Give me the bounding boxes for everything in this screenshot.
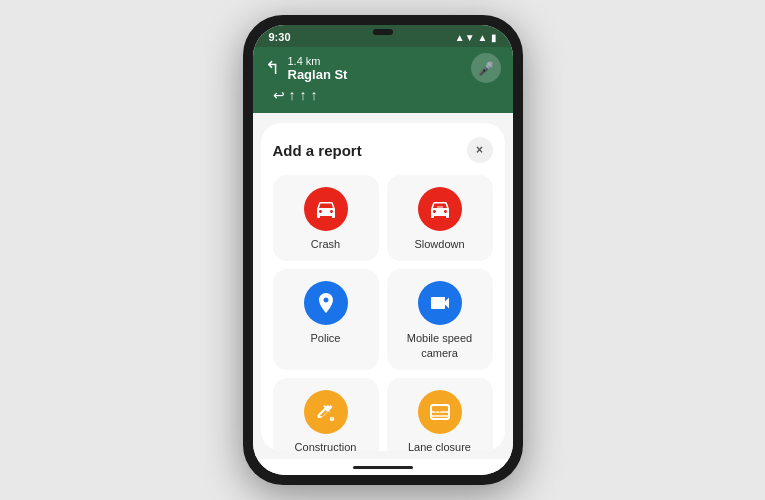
modal-card: Add a report × Crash bbox=[261, 123, 505, 451]
signal-icon: ▲▼ bbox=[455, 32, 475, 43]
turn-arrow-icon: ↰ bbox=[265, 57, 280, 79]
nav-street: Raglan St bbox=[288, 67, 463, 82]
construction-icon-bg: ! bbox=[304, 390, 348, 434]
slowdown-svg-icon bbox=[428, 197, 452, 221]
construction-label: Construction bbox=[295, 440, 357, 451]
lane-closure-label: Lane closure bbox=[408, 440, 471, 451]
status-icons: ▲▼ ▲ ▮ bbox=[455, 32, 497, 43]
crash-label: Crash bbox=[311, 237, 340, 251]
modal-container: Add a report × Crash bbox=[253, 113, 513, 459]
battery-icon: ▮ bbox=[491, 32, 497, 43]
close-button[interactable]: × bbox=[467, 137, 493, 163]
nav-row: ↰ 1.4 km Raglan St 🎤 bbox=[265, 53, 501, 83]
lane-arrow-up2-icon: ↑ bbox=[300, 87, 307, 103]
slowdown-label: Slowdown bbox=[414, 237, 464, 251]
report-item-police[interactable]: Police bbox=[273, 269, 379, 370]
lane-closure-svg-icon bbox=[428, 400, 452, 424]
home-indicator bbox=[253, 459, 513, 475]
crash-icon-bg bbox=[304, 187, 348, 231]
report-grid: Crash Slowdown bbox=[273, 175, 493, 451]
mobile-speed-camera-label: Mobile speed camera bbox=[395, 331, 485, 360]
lane-row: ↩ ↑ ↑ ↑ bbox=[265, 83, 501, 105]
notch bbox=[373, 29, 393, 35]
crash-svg-icon bbox=[314, 197, 338, 221]
slowdown-icon-bg bbox=[418, 187, 462, 231]
report-item-crash[interactable]: Crash bbox=[273, 175, 379, 261]
close-icon: × bbox=[476, 143, 483, 157]
nav-info: 1.4 km Raglan St bbox=[288, 55, 463, 82]
lane-closure-icon-bg bbox=[418, 390, 462, 434]
report-item-mobile-speed-camera[interactable]: Mobile speed camera bbox=[387, 269, 493, 370]
mobile-speed-camera-icon-bg bbox=[418, 281, 462, 325]
report-item-slowdown[interactable]: Slowdown bbox=[387, 175, 493, 261]
police-label: Police bbox=[311, 331, 341, 345]
home-bar bbox=[353, 466, 413, 469]
report-item-lane-closure[interactable]: Lane closure bbox=[387, 378, 493, 451]
phone-screen: 9:30 ▲▼ ▲ ▮ ↰ 1.4 km Raglan St 🎤 ↩ bbox=[253, 25, 513, 475]
wifi-icon: ▲ bbox=[478, 32, 488, 43]
lane-arrow-up3-icon: ↑ bbox=[311, 87, 318, 103]
mic-icon: 🎤 bbox=[478, 61, 494, 76]
nav-distance: 1.4 km bbox=[288, 55, 463, 67]
lane-arrow-left-icon: ↩ bbox=[273, 87, 285, 103]
modal-title: Add a report bbox=[273, 142, 362, 159]
report-item-construction[interactable]: ! Construction bbox=[273, 378, 379, 451]
police-svg-icon bbox=[314, 291, 338, 315]
status-time: 9:30 bbox=[269, 31, 291, 43]
mic-button[interactable]: 🎤 bbox=[471, 53, 501, 83]
modal-header: Add a report × bbox=[273, 137, 493, 163]
mobile-speed-camera-svg-icon bbox=[428, 291, 452, 315]
police-icon-bg bbox=[304, 281, 348, 325]
map-header: ↰ 1.4 km Raglan St 🎤 ↩ ↑ ↑ ↑ bbox=[253, 47, 513, 113]
construction-svg-icon: ! bbox=[314, 400, 338, 424]
phone-frame: 9:30 ▲▼ ▲ ▮ ↰ 1.4 km Raglan St 🎤 ↩ bbox=[243, 15, 523, 485]
lane-arrow-up1-icon: ↑ bbox=[289, 87, 296, 103]
